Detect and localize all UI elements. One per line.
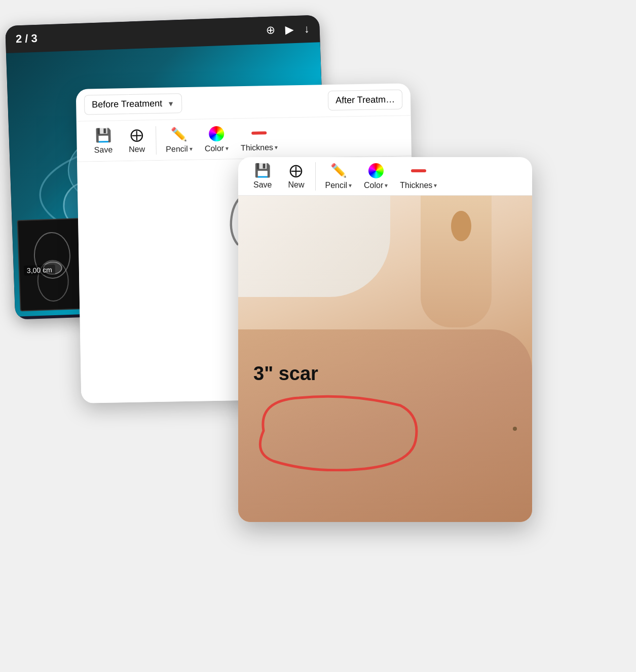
play-icon[interactable]: ▶ xyxy=(285,23,294,36)
toolbar-save-new-group: 💾 Save ⨁ New xyxy=(87,124,153,158)
color-dropdown-arrow: ▾ xyxy=(226,144,229,152)
front-thickness-dropdown[interactable]: Thicknes ▾ xyxy=(395,160,442,193)
pencil-icon-area: ✏️ xyxy=(171,126,188,142)
color-dropdown[interactable]: Color ▾ xyxy=(199,122,234,156)
front-color-icon-area xyxy=(368,163,384,179)
header-icons: ⊕ ▶ ↓ xyxy=(266,22,310,37)
scar-oval-annotation xyxy=(248,390,421,471)
pencil-icon: ✏️ xyxy=(171,126,188,142)
scene: 2 / 3 ⊕ ▶ ↓ xyxy=(0,0,636,672)
card-mid-header: Before Treatment ▼ After Treatm… xyxy=(76,83,411,122)
front-save-label: Save xyxy=(253,180,272,190)
front-new-button[interactable]: ⨁ New xyxy=(281,160,311,193)
pencil-dropdown-arrow: ▾ xyxy=(190,145,193,152)
front-toolbar-divider xyxy=(315,162,316,191)
front-new-icon: ⨁ xyxy=(289,163,303,178)
front-pencil-icon: ✏️ xyxy=(330,163,347,178)
scar-annotation-label: 3" scar xyxy=(253,363,318,385)
save-button[interactable]: 💾 Save xyxy=(87,124,120,158)
front-save-icon: 💾 xyxy=(254,163,271,178)
front-pencil-arrow: ▾ xyxy=(349,182,352,189)
new-icon: ⨁ xyxy=(130,127,143,143)
thickness-dropdown[interactable]: Thicknes ▾ xyxy=(235,121,283,156)
before-treatment-arrow: ▼ xyxy=(167,99,174,107)
front-thickness-arrow: ▾ xyxy=(434,182,437,189)
color-label-row: Color ▾ xyxy=(205,143,229,153)
zoom-icon[interactable]: ⊕ xyxy=(266,23,275,37)
front-thickness-icon-area xyxy=(411,163,426,179)
measurement-label: 3,00 cm xyxy=(24,265,55,276)
mole-dot xyxy=(513,427,517,431)
thickness-label: Thicknes xyxy=(241,143,273,153)
card-front-content: 3" scar xyxy=(238,196,532,522)
front-save-button[interactable]: 💾 Save xyxy=(246,160,279,193)
thickness-icon xyxy=(251,131,267,135)
toolbar-tools-group: ✏️ Pencil ▾ Color ▾ xyxy=(160,121,283,157)
card-mid-toolbar: 💾 Save ⨁ New ✏️ Pencil ▾ xyxy=(77,116,411,162)
front-toolbar-tools: ✏️ Pencil ▾ Color ▾ xyxy=(320,160,442,193)
front-color-wheel-icon xyxy=(368,163,384,178)
page-counter: 2 / 3 xyxy=(16,32,38,46)
save-label: Save xyxy=(94,145,113,155)
card-front-toolbar: 💾 Save ⨁ New ✏️ Pencil ▾ xyxy=(238,157,532,196)
front-color-dropdown[interactable]: Color ▾ xyxy=(359,160,393,193)
pencil-label-row: Pencil ▾ xyxy=(166,144,193,154)
before-treatment-label: Before Treatment xyxy=(92,98,162,110)
front-new-label: New xyxy=(288,180,304,190)
color-label: Color xyxy=(205,143,225,153)
front-thickness-label-row: Thicknes ▾ xyxy=(400,181,437,190)
front-pencil-label-row: Pencil ▾ xyxy=(325,181,352,190)
pencil-dropdown[interactable]: ✏️ Pencil ▾ xyxy=(160,123,198,157)
color-wheel-icon xyxy=(209,126,225,141)
thickness-label-row: Thicknes ▾ xyxy=(241,142,278,152)
front-color-arrow: ▾ xyxy=(385,182,388,189)
after-treatment-dropdown[interactable]: After Treatm… xyxy=(328,90,403,111)
hair-area xyxy=(238,196,390,297)
front-pencil-dropdown[interactable]: ✏️ Pencil ▾ xyxy=(320,160,357,193)
front-pencil-label: Pencil xyxy=(325,181,347,190)
save-icon: 💾 xyxy=(95,128,111,144)
neck-photo: 3" scar xyxy=(238,196,532,522)
thickness-dropdown-arrow: ▾ xyxy=(275,143,278,151)
new-label: New xyxy=(129,144,145,154)
card-front: 💾 Save ⨁ New ✏️ Pencil ▾ xyxy=(238,157,532,522)
front-thickness-label: Thicknes xyxy=(400,181,432,190)
color-icon-area xyxy=(209,125,225,142)
front-pencil-icon-area: ✏️ xyxy=(330,163,347,179)
front-thickness-icon xyxy=(411,169,426,172)
front-toolbar-save-new: 💾 Save ⨁ New xyxy=(246,160,311,193)
toolbar-divider-1 xyxy=(156,126,157,155)
front-color-label-row: Color ▾ xyxy=(364,181,388,190)
pencil-label: Pencil xyxy=(166,144,188,154)
after-treatment-label: After Treatm… xyxy=(335,94,395,106)
new-button[interactable]: ⨁ New xyxy=(121,124,152,157)
before-treatment-dropdown[interactable]: Before Treatment ▼ xyxy=(84,93,182,115)
ear-shape xyxy=(451,211,471,241)
download-icon[interactable]: ↓ xyxy=(304,22,310,35)
thickness-icon-area xyxy=(251,125,267,141)
front-color-label: Color xyxy=(364,181,383,190)
